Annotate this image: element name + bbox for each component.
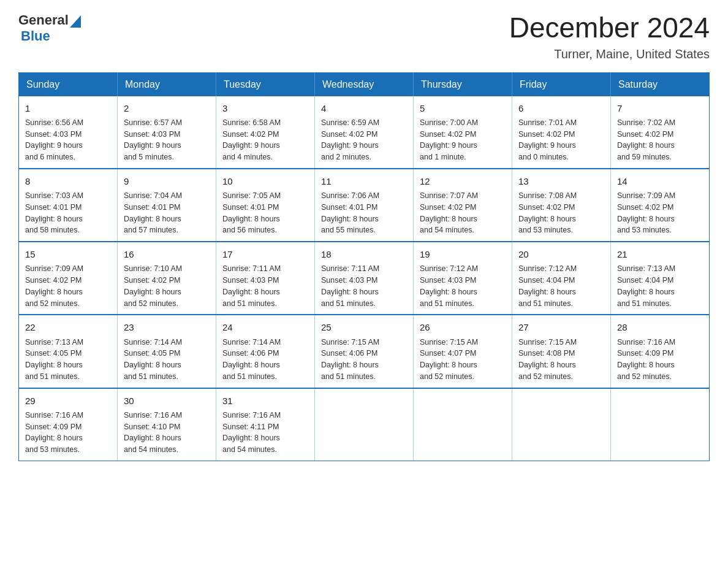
day-number: 2 — [124, 101, 210, 115]
calendar-day-cell: 20Sunrise: 7:12 AM Sunset: 4:04 PM Dayli… — [512, 242, 611, 315]
logo-top: General — [18, 12, 81, 28]
day-number: 10 — [222, 174, 308, 188]
weekday-header-monday: Monday — [118, 72, 216, 96]
day-number: 1 — [25, 101, 111, 115]
month-title: December 2024 — [509, 12, 710, 44]
day-info: Sunrise: 7:14 AM Sunset: 4:06 PM Dayligh… — [222, 337, 308, 383]
day-info: Sunrise: 7:15 AM Sunset: 4:06 PM Dayligh… — [321, 337, 407, 383]
calendar-week-row: 8Sunrise: 7:03 AM Sunset: 4:01 PM Daylig… — [19, 169, 710, 242]
day-info: Sunrise: 7:04 AM Sunset: 4:01 PM Dayligh… — [124, 190, 210, 236]
day-number: 8 — [25, 174, 111, 188]
calendar-day-cell: 4Sunrise: 6:59 AM Sunset: 4:02 PM Daylig… — [315, 96, 414, 169]
calendar-day-cell: 5Sunrise: 7:00 AM Sunset: 4:02 PM Daylig… — [414, 96, 512, 169]
calendar-day-cell: 12Sunrise: 7:07 AM Sunset: 4:02 PM Dayli… — [414, 169, 512, 242]
calendar-day-cell: 13Sunrise: 7:08 AM Sunset: 4:02 PM Dayli… — [512, 169, 611, 242]
day-info: Sunrise: 7:12 AM Sunset: 4:04 PM Dayligh… — [518, 263, 604, 309]
day-number: 16 — [124, 247, 210, 261]
weekday-header-wednesday: Wednesday — [315, 72, 414, 96]
day-number: 12 — [420, 174, 506, 188]
day-info: Sunrise: 7:01 AM Sunset: 4:02 PM Dayligh… — [518, 117, 604, 163]
calendar-week-row: 22Sunrise: 7:13 AM Sunset: 4:05 PM Dayli… — [19, 315, 710, 388]
calendar-day-cell: 30Sunrise: 7:16 AM Sunset: 4:10 PM Dayli… — [118, 388, 216, 461]
day-info: Sunrise: 7:03 AM Sunset: 4:01 PM Dayligh… — [25, 190, 111, 236]
day-number: 9 — [124, 174, 210, 188]
calendar-day-cell: 1Sunrise: 6:56 AM Sunset: 4:03 PM Daylig… — [19, 96, 118, 169]
day-number: 11 — [321, 174, 407, 188]
weekday-header-friday: Friday — [512, 72, 611, 96]
logo-general-text: General — [18, 12, 69, 28]
day-info: Sunrise: 7:00 AM Sunset: 4:02 PM Dayligh… — [420, 117, 506, 163]
day-number: 22 — [25, 320, 111, 334]
day-info: Sunrise: 7:09 AM Sunset: 4:02 PM Dayligh… — [617, 190, 703, 236]
day-info: Sunrise: 6:58 AM Sunset: 4:02 PM Dayligh… — [222, 117, 308, 163]
day-number: 3 — [222, 101, 308, 115]
day-info: Sunrise: 7:15 AM Sunset: 4:07 PM Dayligh… — [420, 337, 506, 383]
calendar-day-cell: 28Sunrise: 7:16 AM Sunset: 4:09 PM Dayli… — [611, 315, 710, 388]
calendar-week-row: 15Sunrise: 7:09 AM Sunset: 4:02 PM Dayli… — [19, 242, 710, 315]
calendar-day-cell: 26Sunrise: 7:15 AM Sunset: 4:07 PM Dayli… — [414, 315, 512, 388]
calendar-day-cell: 23Sunrise: 7:14 AM Sunset: 4:05 PM Dayli… — [118, 315, 216, 388]
calendar-day-cell — [512, 388, 611, 461]
title-section: December 2024 Turner, Maine, United Stat… — [509, 12, 710, 61]
calendar-day-cell — [315, 388, 414, 461]
calendar-day-cell — [414, 388, 512, 461]
day-info: Sunrise: 7:16 AM Sunset: 4:11 PM Dayligh… — [222, 410, 308, 456]
calendar-day-cell: 16Sunrise: 7:10 AM Sunset: 4:02 PM Dayli… — [118, 242, 216, 315]
calendar-day-cell: 19Sunrise: 7:12 AM Sunset: 4:03 PM Dayli… — [414, 242, 512, 315]
day-info: Sunrise: 7:14 AM Sunset: 4:05 PM Dayligh… — [124, 337, 210, 383]
day-info: Sunrise: 7:16 AM Sunset: 4:10 PM Dayligh… — [124, 410, 210, 456]
day-number: 7 — [617, 101, 703, 115]
day-info: Sunrise: 7:06 AM Sunset: 4:01 PM Dayligh… — [321, 190, 407, 236]
day-number: 5 — [420, 101, 506, 115]
calendar-week-row: 29Sunrise: 7:16 AM Sunset: 4:09 PM Dayli… — [19, 388, 710, 461]
day-number: 15 — [25, 247, 111, 261]
calendar-day-cell: 7Sunrise: 7:02 AM Sunset: 4:02 PM Daylig… — [611, 96, 710, 169]
day-info: Sunrise: 7:09 AM Sunset: 4:02 PM Dayligh… — [25, 263, 111, 309]
day-number: 14 — [617, 174, 703, 188]
day-info: Sunrise: 7:15 AM Sunset: 4:08 PM Dayligh… — [518, 337, 604, 383]
day-info: Sunrise: 7:13 AM Sunset: 4:04 PM Dayligh… — [617, 263, 703, 309]
day-number: 30 — [124, 394, 210, 408]
calendar-day-cell: 14Sunrise: 7:09 AM Sunset: 4:02 PM Dayli… — [611, 169, 710, 242]
weekday-header-saturday: Saturday — [611, 72, 710, 96]
day-number: 19 — [420, 247, 506, 261]
day-number: 23 — [124, 320, 210, 334]
logo-icon — [69, 15, 81, 27]
day-number: 26 — [420, 320, 506, 334]
calendar-day-cell: 24Sunrise: 7:14 AM Sunset: 4:06 PM Dayli… — [216, 315, 315, 388]
calendar-day-cell: 8Sunrise: 7:03 AM Sunset: 4:01 PM Daylig… — [19, 169, 118, 242]
day-number: 18 — [321, 247, 407, 261]
calendar-day-cell: 15Sunrise: 7:09 AM Sunset: 4:02 PM Dayli… — [19, 242, 118, 315]
day-number: 6 — [518, 101, 604, 115]
calendar-day-cell: 9Sunrise: 7:04 AM Sunset: 4:01 PM Daylig… — [118, 169, 216, 242]
day-info: Sunrise: 6:57 AM Sunset: 4:03 PM Dayligh… — [124, 117, 210, 163]
calendar-day-cell: 2Sunrise: 6:57 AM Sunset: 4:03 PM Daylig… — [118, 96, 216, 169]
calendar-day-cell: 29Sunrise: 7:16 AM Sunset: 4:09 PM Dayli… — [19, 388, 118, 461]
calendar-day-cell: 27Sunrise: 7:15 AM Sunset: 4:08 PM Dayli… — [512, 315, 611, 388]
calendar-day-cell: 6Sunrise: 7:01 AM Sunset: 4:02 PM Daylig… — [512, 96, 611, 169]
day-number: 27 — [518, 320, 604, 334]
day-info: Sunrise: 7:16 AM Sunset: 4:09 PM Dayligh… — [25, 410, 111, 456]
calendar-day-cell: 18Sunrise: 7:11 AM Sunset: 4:03 PM Dayli… — [315, 242, 414, 315]
page-header: General Blue December 2024 Turner, Maine… — [18, 12, 710, 61]
day-info: Sunrise: 7:07 AM Sunset: 4:02 PM Dayligh… — [420, 190, 506, 236]
day-number: 21 — [617, 247, 703, 261]
day-number: 24 — [222, 320, 308, 334]
day-number: 4 — [321, 101, 407, 115]
calendar-day-cell: 10Sunrise: 7:05 AM Sunset: 4:01 PM Dayli… — [216, 169, 315, 242]
day-info: Sunrise: 7:13 AM Sunset: 4:05 PM Dayligh… — [25, 337, 111, 383]
calendar-day-cell — [611, 388, 710, 461]
calendar-day-cell: 3Sunrise: 6:58 AM Sunset: 4:02 PM Daylig… — [216, 96, 315, 169]
day-info: Sunrise: 7:12 AM Sunset: 4:03 PM Dayligh… — [420, 263, 506, 309]
day-number: 31 — [222, 394, 308, 408]
calendar-day-cell: 21Sunrise: 7:13 AM Sunset: 4:04 PM Dayli… — [611, 242, 710, 315]
calendar-day-cell: 31Sunrise: 7:16 AM Sunset: 4:11 PM Dayli… — [216, 388, 315, 461]
day-info: Sunrise: 7:16 AM Sunset: 4:09 PM Dayligh… — [617, 337, 703, 383]
day-number: 28 — [617, 320, 703, 334]
weekday-header-row: SundayMondayTuesdayWednesdayThursdayFrid… — [19, 72, 710, 96]
logo-blue-text: Blue — [21, 28, 50, 44]
day-number: 17 — [222, 247, 308, 261]
day-info: Sunrise: 6:56 AM Sunset: 4:03 PM Dayligh… — [25, 117, 111, 163]
day-info: Sunrise: 7:08 AM Sunset: 4:02 PM Dayligh… — [518, 190, 604, 236]
svg-marker-0 — [70, 15, 81, 28]
